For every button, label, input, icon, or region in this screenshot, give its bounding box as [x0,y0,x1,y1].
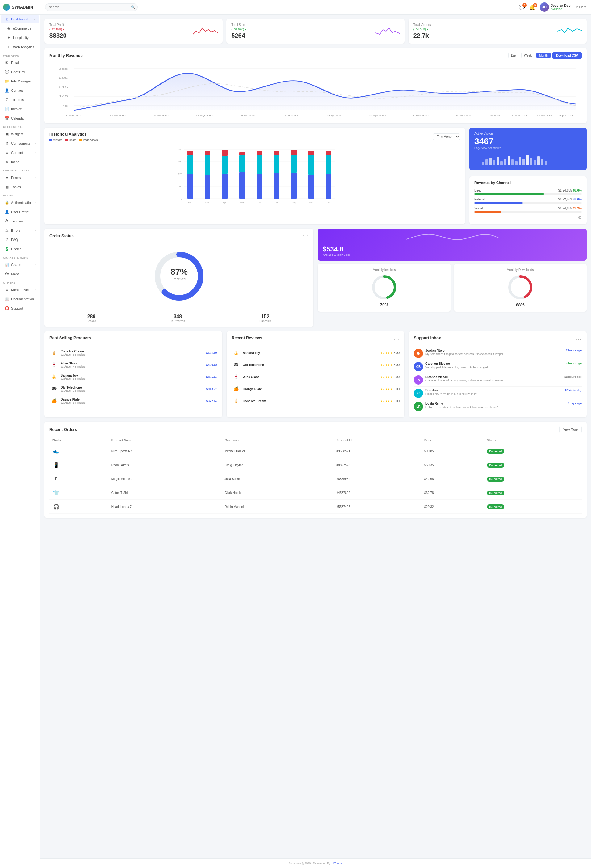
sidebar-item-authentication[interactable]: 🔒 Authentication › [1,198,38,207]
week-btn[interactable]: Week [521,53,535,58]
sidebar-item-ecommerce[interactable]: ◈ eCommerce [1,24,38,33]
order-price: $29.32 [422,500,485,514]
sidebar-item-calendar[interactable]: 📅 Calendar [1,114,38,123]
sales-mini-chart [375,25,400,37]
this-month-select[interactable]: This Month [433,133,460,140]
inbox-header: Support Inbox ··· [414,335,582,343]
sidebar-item-support[interactable]: ⭕ Support [1,304,38,313]
sidebar-item-forms[interactable]: ☰ Forms › [1,173,38,182]
sidebar-item-web-analytics[interactable]: + Web Analytics [1,43,38,51]
svg-text:Mar '01: Mar '01 [536,114,553,117]
svg-text:0: 0 [181,197,183,200]
docs-icon: 📖 [4,297,9,301]
sidebar-item-user-profile[interactable]: 👤 User Profile [1,208,38,216]
sidebar-item-file-manager[interactable]: 📁 File Manager [1,77,38,86]
order-product-name: Nike Sports NK [109,444,222,458]
errors-icon: ⚠ [4,228,9,233]
svg-text:Oct: Oct [327,201,331,204]
sidebar-item-contacts[interactable]: 👤 Contacs [1,86,38,95]
best-selling-card: Best Selling Products ··· 🍦 Cone Ice Cre… [44,331,222,417]
sidebar-item-invoice[interactable]: 📄 Invoice [1,105,38,114]
inbox-avatar: LR [414,402,423,411]
messages-badge: 5 [522,3,527,7]
inbox-menu[interactable]: ··· [576,337,582,342]
product-thumb: 📱 [52,461,60,469]
sidebar-item-chat-box[interactable]: 💬 Chat Box [1,68,38,76]
weekly-sales-label: Average Weekly Sales [323,253,582,256]
month-btn[interactable]: Month [536,53,551,58]
svg-text:Aug: Aug [292,201,296,204]
stat-card-sales: Total Sales (↑68.26%)▲ 5264 [226,19,404,44]
svg-text:145: 145 [59,95,68,98]
list-item: LR Lotila Remo Hello, I need admin templ… [414,400,582,413]
user-menu-button[interactable]: JD Jessica Doe Available [540,3,570,12]
chevron-icon: › [35,185,35,188]
sidebar-item-charts[interactable]: 📊 Charts › [1,260,38,269]
list-item: 🍷 Wine Glass $30/Each 48 Orders $406.67 [49,359,217,371]
sidebar-item-email[interactable]: ✉ Email [1,58,38,67]
list-item: JN Jordan Ntolo My item doesn't ship to … [414,347,582,360]
sidebar-item-errors[interactable]: ⚠ Errors › [1,226,38,235]
order-customer: Clark Natela [222,486,334,500]
review-icon: ☎ [231,360,240,369]
svg-rect-78 [511,159,514,165]
product-list: 🍦 Cone Ice Cream $29/Each 56 Orders $321… [49,347,217,407]
faq-icon: ? [4,238,9,242]
sidebar-item-faq[interactable]: ? FAQ [1,235,38,244]
notifications-button[interactable]: 🔔 3 [529,4,535,10]
search-input[interactable] [45,3,138,11]
svg-rect-44 [222,174,228,199]
dashboard-icon: ⊞ [4,17,9,21]
analytics-header: Historical Analytics Visitors Chats [49,132,460,142]
svg-text:87%: 87% [170,267,187,276]
svg-text:Apr '01: Apr '01 [559,114,574,117]
active-visitors-label: Page view per minute [474,146,582,149]
list-item: 🍌 Banana Toy $26/Each 66 Orders $865.69 [49,371,217,383]
messages-button[interactable]: 💬 5 [519,4,525,10]
svg-text:Aug '00: Aug '00 [326,114,342,117]
footer-link[interactable]: 17trucai [333,862,342,865]
product-icon: 🍌 [49,372,58,381]
list-item: 🍷 Wine Glass ★★★★★ 5.00 [231,371,399,383]
sidebar-item-tables[interactable]: ▦ Tables › [1,183,38,191]
orders-table-body: 👟 Nike Sports NK Mitchell Daniel #956852… [49,444,582,514]
sidebar-item-menu-levels[interactable]: ≡ Menu Levels › [1,285,38,294]
svg-rect-46 [239,152,245,155]
col-product-name: Product Name [109,437,222,444]
support-icon: ⭕ [4,306,9,310]
sidebar-item-components[interactable]: ⚙ Components › [1,139,38,148]
sidebar-item-icons[interactable]: ★ Icons › [1,158,38,166]
language-selector[interactable]: 🏳 En ▾ [575,5,586,9]
sidebar-item-widgets[interactable]: ▣ Widgets [1,130,38,139]
product-thumb: 🎧 [52,502,60,511]
order-status-menu[interactable]: ··· [303,233,308,238]
sidebar-item-pricing[interactable]: 💲 Pricing [1,245,38,253]
order-customer: Julia Burke [222,472,334,486]
svg-text:285: 285 [59,76,68,80]
download-csv-btn[interactable]: Download CSV [553,52,582,59]
profit-label: Total Profit [49,23,67,27]
logo-icon [3,4,10,10]
review-icon: 🍊 [231,385,240,393]
sidebar-item-hospitality[interactable]: + Hospitality [1,33,38,42]
chevron-icon: › [35,263,35,266]
day-btn[interactable]: Day [508,53,519,58]
view-more-btn[interactable]: View More [559,426,582,433]
sidebar-item-maps[interactable]: 🗺 Maps › [1,270,38,278]
sidebar-item-timeline[interactable]: ⏱ Timeline [1,217,38,226]
order-canceled: 152 Canceled [259,314,271,322]
charts-icon: 📊 [4,263,9,267]
sidebar-item-todo-list[interactable]: ☑ Todo List [1,96,38,104]
best-selling-menu[interactable]: ··· [212,337,217,342]
sidebar-item-dashboard[interactable]: ⊞ Dashboard ▾ [1,15,38,24]
downloads-label: Monthly Downloads [507,268,534,272]
chevron-icon: ▾ [34,18,35,21]
status-badge: Delivered [487,490,504,496]
reviews-menu[interactable]: ··· [394,337,399,342]
settings-icon[interactable]: ⚙ [578,215,582,220]
sidebar-item-documentation[interactable]: 📖 Documentation [1,295,38,303]
svg-text:120: 120 [178,173,183,176]
sidebar-item-content[interactable]: ≡ Content › [1,148,38,157]
order-price: $42.68 [422,472,485,486]
orders-title: Recent Orders [49,427,77,432]
